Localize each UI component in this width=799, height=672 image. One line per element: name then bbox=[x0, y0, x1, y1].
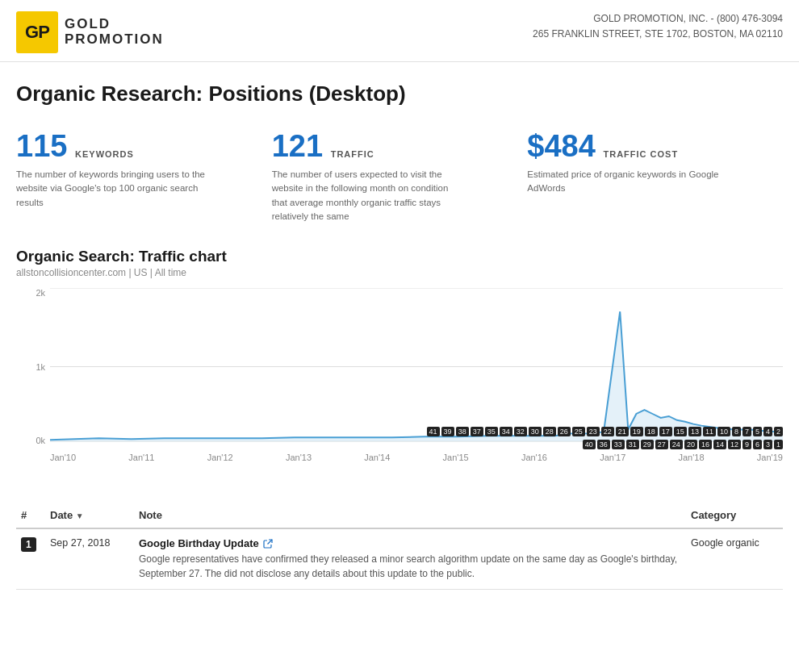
badge: 15 bbox=[674, 427, 687, 436]
badge: 40 bbox=[583, 440, 596, 449]
badge: 33 bbox=[612, 440, 625, 449]
badge: 37 bbox=[471, 427, 483, 436]
badge: 19 bbox=[630, 427, 643, 436]
chart-wrapper: 2k 1k 0k 41 39 38 37 bbox=[16, 288, 783, 462]
svg-marker-3 bbox=[50, 311, 783, 441]
x-label-jan12: Jan'12 bbox=[207, 453, 233, 462]
x-label-jan18: Jan'18 bbox=[679, 453, 705, 462]
page-title-area: Organic Research: Positions (Desktop) bbox=[0, 62, 799, 115]
stat-traffic-number: 121 bbox=[272, 129, 323, 163]
table-row: 1 Sep 27, 2018 Google Birthday Update bbox=[16, 528, 783, 590]
badge: 7 bbox=[743, 427, 751, 436]
badge: 25 bbox=[572, 427, 585, 436]
badge: 36 bbox=[597, 440, 610, 449]
stat-keywords-number: 115 bbox=[16, 129, 67, 163]
badge: 23 bbox=[587, 427, 600, 436]
stat-cost-desc: Estimated price of organic keywords in G… bbox=[527, 168, 721, 196]
row-number: 1 bbox=[21, 537, 36, 552]
badge: 39 bbox=[441, 427, 454, 436]
external-link-icon bbox=[263, 539, 273, 549]
stat-keywords-desc: The number of keywords bringing users to… bbox=[16, 168, 210, 210]
row-date: Sep 27, 2018 bbox=[50, 537, 110, 549]
col-note: Note bbox=[134, 503, 686, 528]
x-label-jan11: Jan'11 bbox=[128, 453, 154, 462]
row-number-cell: 1 bbox=[16, 528, 45, 590]
chart-subtitle: allstoncollisioncenter.com | US | All ti… bbox=[16, 267, 783, 278]
badge: 24 bbox=[670, 440, 683, 449]
logo-gold: GOLD bbox=[65, 17, 164, 32]
stat-cost: $484 TRAFFIC COST Estimated price of org… bbox=[527, 131, 783, 223]
logo-gp: GP bbox=[25, 22, 49, 43]
badge: 14 bbox=[713, 440, 726, 449]
badge: 35 bbox=[485, 427, 498, 436]
chart-title: Organic Search: Traffic chart bbox=[16, 248, 783, 265]
row-category-cell: Google organic bbox=[686, 528, 783, 590]
badge: 10 bbox=[717, 427, 730, 436]
stat-cost-label: TRAFFIC COST bbox=[604, 149, 679, 159]
badge: 9 bbox=[743, 440, 751, 449]
x-label-jan19: Jan'19 bbox=[757, 453, 783, 462]
stat-cost-number: $484 bbox=[527, 129, 596, 163]
badge-row-2: 40 36 33 31 29 27 24 20 16 14 12 9 6 3 1 bbox=[50, 440, 783, 449]
badge: 11 bbox=[703, 427, 716, 436]
logo-box: GP bbox=[16, 11, 58, 53]
logo-text: GOLD PROMOTION bbox=[65, 17, 164, 47]
badge: 18 bbox=[645, 427, 658, 436]
badge: 20 bbox=[684, 440, 697, 449]
company-name: GOLD PROMOTION, INC. - (800) 476-3094 bbox=[533, 11, 783, 27]
svg-line-4 bbox=[267, 540, 272, 545]
badge: 31 bbox=[626, 440, 639, 449]
notes-table: # Date ▼ Note Category 1 Sep 27, 2018 bbox=[16, 503, 783, 590]
company-address: 265 FRANKLIN STREET, STE 1702, BOSTON, M… bbox=[533, 27, 783, 42]
chart-svg bbox=[50, 288, 783, 445]
chart-section: Organic Search: Traffic chart allstoncol… bbox=[0, 232, 799, 470]
page-title: Organic Research: Positions (Desktop) bbox=[16, 81, 783, 106]
badge: 38 bbox=[456, 427, 469, 436]
badge: 21 bbox=[616, 427, 629, 436]
logo-promotion: PROMOTION bbox=[65, 32, 164, 48]
stats-row: 115 KEYWORDS The number of keywords brin… bbox=[0, 115, 799, 232]
badge: 13 bbox=[688, 427, 701, 436]
y-label-0k: 0k bbox=[36, 436, 45, 445]
x-label-jan15: Jan'15 bbox=[443, 453, 469, 462]
page-wrapper: GP GOLD PROMOTION GOLD PROMOTION, INC. -… bbox=[0, 0, 799, 672]
sort-arrow-icon: ▼ bbox=[76, 511, 84, 520]
stat-keywords-label: KEYWORDS bbox=[75, 149, 134, 159]
badge: 22 bbox=[601, 427, 614, 436]
y-label-2k: 2k bbox=[36, 288, 45, 298]
badge: 6 bbox=[753, 440, 762, 449]
badge: 27 bbox=[655, 440, 668, 449]
badge: 8 bbox=[732, 427, 741, 436]
badge-row-1: 41 39 38 37 35 34 32 30 28 26 25 23 22 2… bbox=[50, 427, 783, 436]
badge: 26 bbox=[558, 427, 571, 436]
col-num: # bbox=[16, 503, 45, 528]
badge: 28 bbox=[543, 427, 556, 436]
company-info: GOLD PROMOTION, INC. - (800) 476-3094 26… bbox=[533, 11, 783, 42]
x-label-jan17: Jan'17 bbox=[600, 453, 625, 462]
badge: 4 bbox=[763, 427, 772, 436]
row-note-cell: Google Birthday Update Google representa… bbox=[134, 528, 686, 590]
note-desc: Google representatives have confirmed th… bbox=[139, 552, 681, 581]
badge: 2 bbox=[774, 427, 783, 436]
x-axis-labels: Jan'10 Jan'11 Jan'12 Jan'13 Jan'14 Jan'1… bbox=[50, 451, 783, 462]
badge: 41 bbox=[427, 427, 440, 436]
x-label-jan16: Jan'16 bbox=[521, 453, 547, 462]
row-date-cell: Sep 27, 2018 bbox=[45, 528, 134, 590]
col-date[interactable]: Date ▼ bbox=[45, 503, 134, 528]
stat-traffic: 121 TRAFFIC The number of users expected… bbox=[272, 131, 528, 223]
stat-traffic-desc: The number of users expected to visit th… bbox=[272, 168, 466, 223]
badge: 17 bbox=[659, 427, 672, 436]
row-category: Google organic bbox=[691, 537, 759, 549]
badge: 16 bbox=[699, 440, 712, 449]
badge: 29 bbox=[641, 440, 654, 449]
badge: 12 bbox=[728, 440, 741, 449]
x-label-jan13: Jan'13 bbox=[286, 453, 312, 462]
logo-area: GP GOLD PROMOTION bbox=[16, 11, 164, 53]
badge: 5 bbox=[753, 427, 762, 436]
y-label-1k: 1k bbox=[36, 362, 45, 372]
col-category: Category bbox=[686, 503, 783, 528]
badge: 32 bbox=[514, 427, 527, 436]
table-section: # Date ▼ Note Category 1 Sep 27, 2018 bbox=[0, 486, 799, 590]
x-label-jan10: Jan'10 bbox=[50, 453, 76, 462]
header: GP GOLD PROMOTION GOLD PROMOTION, INC. -… bbox=[0, 0, 799, 62]
